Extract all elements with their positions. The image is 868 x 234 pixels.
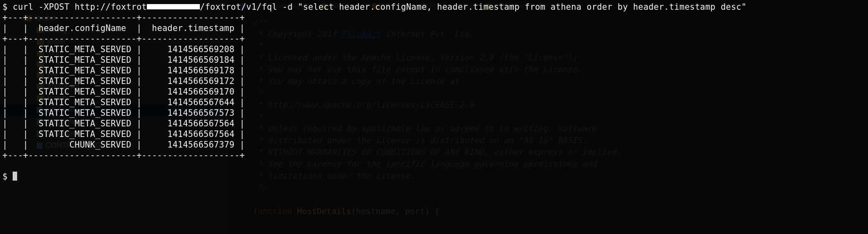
cmd-mid: /foxtrot/v1/fql -d — [200, 2, 293, 12]
table-border: +---+---------------------+-------------… — [2, 13, 245, 22]
terminal-window[interactable]: $ curl -XPOST http://foxtrot/foxtrot/v1/… — [0, 0, 868, 234]
prompt: $ — [2, 2, 8, 12]
table-header-row: | | header.configName | header.timestamp… — [2, 23, 245, 33]
table-border: +---+---------------------+-------------… — [2, 150, 245, 160]
cmd-pre: curl -XPOST http://foxtrot — [13, 2, 147, 12]
prompt: $ — [2, 172, 8, 181]
redaction-block — [147, 4, 200, 9]
table-rows: | | STATIC_META_SERVED | 1414566569208 |… — [2, 44, 245, 150]
cmd-query: "select header.configName, header.timest… — [298, 2, 746, 12]
cursor — [13, 172, 17, 181]
table-border: +---+---------------------+-------------… — [2, 34, 245, 44]
